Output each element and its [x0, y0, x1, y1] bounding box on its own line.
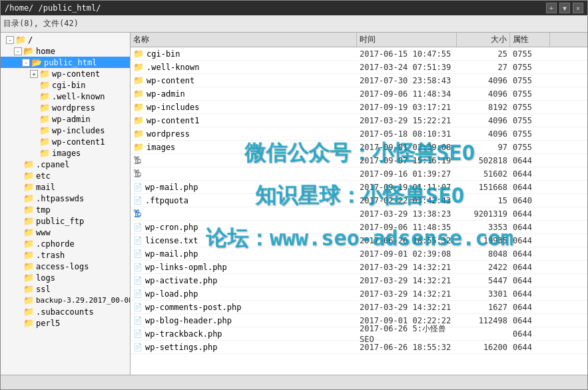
- file-row-time: 2017-06-26 18:55:32: [357, 236, 457, 245]
- sidebar-item-wp-includes[interactable]: 📁 wp-includes: [1, 125, 130, 136]
- sidebar-item-root[interactable]: - 📁 /: [1, 34, 130, 45]
- sidebar-item-wp-content[interactable]: + 📁 wp-content: [1, 68, 130, 79]
- sidebar-item-tmp[interactable]: 📁 tmp: [1, 204, 130, 215]
- file-row-time: 2017-07-30 23:58:43: [357, 76, 457, 85]
- folder-icon: 📁: [23, 273, 34, 283]
- sidebar-item-home[interactable]: - 📂 home: [1, 45, 130, 57]
- sidebar-item-trash[interactable]: 📁 .trash: [1, 249, 130, 261]
- file-row-time: 2017-03-29 14:32:21: [357, 276, 457, 285]
- file-row[interactable]: 📁 .well-known 2017-03-24 07:51:39 27 075…: [131, 61, 587, 74]
- sidebar-item-www[interactable]: 📁 www: [1, 227, 130, 238]
- file-row[interactable]: 📄 wp-activate.php 2017-03-29 14:32:21 54…: [131, 274, 587, 287]
- file-row-size: 15: [457, 196, 510, 205]
- sidebar-item-perl5[interactable]: 📁 perl5: [1, 317, 130, 329]
- file-list[interactable]: 📁 cgi-bin 2017-06-15 10:47:55 25 0755 📁 …: [131, 47, 587, 375]
- sidebar[interactable]: - 📁 / - 📂 home - 📂 public_html + 📁 wp-co…: [1, 33, 131, 375]
- sidebar-item-logs[interactable]: 📁 logs: [1, 272, 130, 283]
- sidebar-item-wp-admin[interactable]: 📁 wp-admin: [1, 113, 130, 125]
- file-list-header: 名称 时间 大小 属性: [131, 33, 587, 47]
- expand-wp-content[interactable]: +: [30, 70, 38, 78]
- file-row[interactable]: 📄 wp-mail.php 2017-09-01 02:39:08 8048 0…: [131, 247, 587, 261]
- file-row[interactable]: 📄 wp-load.php 2017-03-29 14:32:21 3301 0…: [131, 287, 587, 301]
- sidebar-item-public-ftp[interactable]: 📁 public_ftp: [1, 215, 130, 227]
- file-row[interactable]: 📁 wp-admin 2017-09-06 11:48:34 4096 0755: [131, 87, 587, 101]
- sidebar-item-mail[interactable]: 📁 mail: [1, 181, 130, 193]
- sidebar-label: etc: [36, 171, 51, 181]
- file-row-name: 🗜: [131, 169, 357, 179]
- file-row[interactable]: 📄 wp-settings.php 2017-06-26 18:55:32 16…: [131, 341, 587, 354]
- col-header-time[interactable]: 时间: [357, 33, 457, 47]
- sidebar-item-well-known[interactable]: 📁 .well-known: [1, 91, 130, 102]
- file-row-time: 2017-09-16 01:39:27: [357, 169, 457, 179]
- file-name-text: wp-trackback.php: [145, 329, 222, 339]
- sidebar-item-cphorde[interactable]: 📁 .cphorde: [1, 238, 130, 249]
- file-row[interactable]: 📄 wp-links-opml.php 2017-03-29 14:32:21 …: [131, 261, 587, 274]
- file-row[interactable]: 📁 images 2017-09-01 02:39:08 97 0755: [131, 141, 587, 154]
- folder-icon: 📁: [23, 318, 34, 328]
- file-row-time: 2017-06-26 18:55:32: [357, 343, 457, 352]
- file-row[interactable]: 📁 wp-includes 2017-09-19 03:17:21 8192 0…: [131, 101, 587, 114]
- file-row-size: 8048: [457, 249, 510, 259]
- file-row-attr: 0640: [510, 196, 550, 205]
- sidebar-item-wp-content1[interactable]: 📁 wp-content1: [1, 136, 130, 147]
- expand-public-html[interactable]: -: [22, 59, 30, 67]
- sidebar-label: www: [36, 228, 51, 237]
- file-row[interactable]: 📁 wordpress 2017-05-18 08:10:31 4096 075…: [131, 127, 587, 141]
- file-row[interactable]: 📄 wp-comments-post.php 2017-03-29 14:32:…: [131, 301, 587, 314]
- col-header-size[interactable]: 大小: [457, 33, 510, 47]
- sidebar-item-cpanel[interactable]: 📁 .cpanel: [1, 159, 130, 170]
- folder-icon: 📁: [23, 295, 34, 305]
- file-row[interactable]: 📄 license.txt 2017-06-26 18:55:32 19935 …: [131, 234, 587, 247]
- sidebar-item-ssl[interactable]: 📁 ssl: [1, 283, 130, 295]
- sidebar-item-subaccounts[interactable]: 📁 .subaccounts: [1, 306, 130, 317]
- file-row[interactable]: 🗜 2017-03-29 13:38:23 9201319 0644: [131, 207, 587, 221]
- file-row[interactable]: 📄 wp-trackback.php 2017-06-26 5:小怪兽SEO 0…: [131, 327, 587, 341]
- file-name-text: .ftpquota: [145, 196, 188, 205]
- sidebar-item-cgi-bin[interactable]: 📁 cgi-bin: [1, 79, 130, 91]
- file-row[interactable]: 📁 wp-content1 2017-03-29 15:22:21 4096 0…: [131, 114, 587, 127]
- expand-home[interactable]: -: [14, 47, 22, 55]
- file-row-time: 2017-09-07 15:16:19: [357, 156, 457, 165]
- file-row[interactable]: 📁 wp-content 2017-07-30 23:58:43 4096 07…: [131, 74, 587, 87]
- add-button[interactable]: +: [546, 3, 557, 13]
- file-row[interactable]: 📄 wp-cron.php 2017-09-06 11:48:35 3353 0…: [131, 221, 587, 234]
- expand-root[interactable]: -: [6, 36, 14, 44]
- sidebar-item-etc[interactable]: 📁 etc: [1, 170, 130, 181]
- sidebar-label: .cphorde: [36, 239, 75, 249]
- file-row-time: 2017-09-19 03:17:21: [357, 103, 457, 112]
- sidebar-item-public-html[interactable]: - 📂 public_html: [1, 57, 130, 68]
- sidebar-item-backup[interactable]: 📁 backup-3.29.2017_00-08-35_turi: [1, 295, 130, 306]
- file-row-attr: 0644: [510, 329, 550, 339]
- folder-icon: 📁: [23, 159, 34, 169]
- col-header-name[interactable]: 名称: [131, 33, 357, 47]
- folder-icon: 📁: [39, 114, 50, 124]
- file-row[interactable]: 🗜 2017-09-16 01:39:27 51602 0644: [131, 167, 587, 181]
- close-button[interactable]: ×: [573, 3, 583, 13]
- folder-icon: 📁: [23, 205, 34, 215]
- sidebar-label: access-logs: [36, 262, 89, 271]
- sidebar-label: wp-content: [52, 69, 100, 79]
- sidebar-item-htpasswds[interactable]: 📁 .htpasswds: [1, 193, 130, 204]
- file-name-text: wp-activate.php: [145, 276, 217, 285]
- col-header-attr[interactable]: 属性: [510, 33, 550, 47]
- dropdown-button[interactable]: ▼: [559, 3, 570, 13]
- file-icon: 📄: [133, 263, 143, 271]
- file-name-text: wordpress: [147, 129, 190, 139]
- folder-icon: 📁: [39, 80, 50, 90]
- file-row-attr: 0644: [510, 316, 550, 325]
- file-row[interactable]: 📄 .ftpquota 2017-02-22 03:42:43 15 0640: [131, 194, 587, 207]
- file-row-name: 🗜: [131, 155, 357, 165]
- file-row-name: 📄 wp-mail.php: [131, 249, 357, 259]
- sidebar-item-access-logs[interactable]: 📁 access-logs: [1, 261, 130, 272]
- file-row[interactable]: 📁 cgi-bin 2017-06-15 10:47:55 25 0755: [131, 47, 587, 61]
- file-row-attr: 0644: [510, 169, 550, 179]
- sidebar-item-images[interactable]: 📁 images: [1, 147, 130, 159]
- file-row-time: 2017-03-29 14:32:21: [357, 263, 457, 272]
- file-row-attr: 0755: [510, 89, 550, 99]
- sidebar-label: perl5: [36, 319, 60, 328]
- file-row-name: 📁 wp-content1: [131, 115, 357, 125]
- sidebar-item-wordpress[interactable]: 📁 wordpress: [1, 102, 130, 113]
- folder-icon: 📁: [23, 307, 34, 317]
- file-row[interactable]: 📄 wp-mail.php 2017-09-19 01:11:07 151668…: [131, 181, 587, 194]
- file-row[interactable]: 🗜 2017-09-07 15:16:19 502818 0644: [131, 154, 587, 167]
